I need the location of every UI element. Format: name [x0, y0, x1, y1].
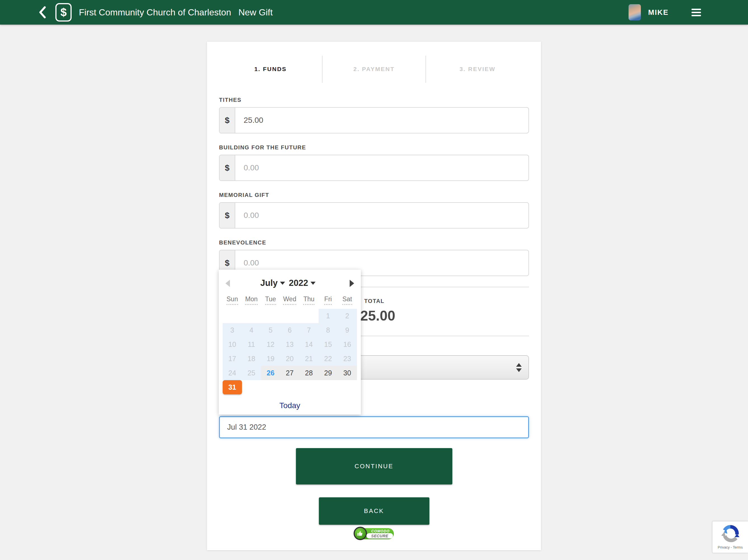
calendar-day-9: 9 — [337, 323, 357, 337]
calendar-day-1: 1 — [319, 309, 338, 323]
privacy-terms-link[interactable]: Privacy - Terms — [712, 545, 748, 550]
currency-prefix: $ — [219, 155, 235, 181]
memorial-amount-input[interactable] — [235, 203, 529, 228]
date-picker-popup: July2022 SunMonTueWedThuFriSat 123456789… — [219, 270, 361, 415]
calendar-prev-month-icon — [226, 280, 230, 287]
calendar-empty-cell — [242, 380, 261, 394]
calendar-day-13: 13 — [280, 337, 300, 352]
page-title: First Community Church of CharlestonNew … — [79, 7, 273, 18]
continue-button[interactable]: CONTINUE — [296, 448, 452, 485]
page-name: New Gift — [238, 7, 273, 17]
calendar-day-25: 25 — [242, 366, 261, 380]
calendar-day-2: 2 — [337, 309, 357, 323]
calendar-day-30[interactable]: 30 — [337, 366, 357, 380]
giving-app-logo-icon: $ — [55, 3, 72, 22]
comodo-label: COMODO — [369, 529, 392, 533]
tab-review[interactable]: 3. REVIEW — [426, 66, 529, 72]
calendar-day-21: 21 — [299, 352, 319, 366]
day-name-thu: Thu — [299, 295, 319, 305]
calendar-empty-cell — [299, 380, 319, 394]
fund-label: TITHES — [219, 96, 529, 103]
back-icon[interactable] — [39, 6, 46, 19]
tab-payment[interactable]: 2. PAYMENT — [323, 66, 425, 72]
calendar-title: July2022 — [219, 278, 361, 288]
currency-prefix: $ — [219, 108, 235, 133]
calendar-empty-cell — [280, 309, 300, 323]
calendar-day-31[interactable]: 31 — [223, 380, 242, 394]
calendar-day-4: 4 — [242, 323, 261, 337]
fund-field-tithes: TITHES $ — [219, 96, 529, 134]
building-amount-input[interactable] — [235, 155, 529, 181]
calendar-day-names: SunMonTueWedThuFriSat — [223, 295, 361, 305]
day-name-tue: Tue — [261, 295, 280, 305]
fund-label: BENEVOLENCE — [219, 239, 529, 246]
calendar-empty-cell — [261, 380, 280, 394]
secure-label: SECURE — [371, 534, 388, 538]
calendar-day-12: 12 — [261, 337, 280, 352]
step-tabs: 1. FUNDS 2. PAYMENT 3. REVIEW — [219, 42, 529, 96]
calendar-empty-cell — [337, 380, 357, 394]
day-name-sat: Sat — [337, 295, 357, 305]
calendar-empty-cell — [261, 309, 280, 323]
total-value: 25.00 — [360, 308, 529, 323]
calendar-empty-cell — [299, 309, 319, 323]
calendar-day-16: 16 — [337, 337, 357, 352]
calendar-grid: 1234567891011121314151617181920212223242… — [223, 309, 361, 394]
total-label: TOTAL — [360, 298, 529, 304]
fund-label: BUILDING FOR THE FUTURE — [219, 144, 529, 151]
calendar-day-7: 7 — [299, 323, 319, 337]
calendar-day-10: 10 — [223, 337, 242, 352]
calendar-day-27[interactable]: 27 — [280, 366, 300, 380]
fund-field-memorial: MEMORIAL GIFT $ — [219, 192, 529, 229]
calendar-day-8: 8 — [319, 323, 338, 337]
recaptcha-badge: Privacy - Terms — [712, 521, 748, 553]
app-header: $ First Community Church of CharlestonNe… — [0, 0, 748, 25]
calendar-empty-cell — [280, 380, 300, 394]
calendar-day-20: 20 — [280, 352, 300, 366]
calendar-day-22: 22 — [319, 352, 338, 366]
tab-funds[interactable]: 1. FUNDS — [219, 66, 322, 72]
comodo-secure-badge: COMODO SECURE — [354, 528, 394, 539]
calendar-day-23: 23 — [337, 352, 357, 366]
calendar-day-3: 3 — [223, 323, 242, 337]
year-caret-icon — [310, 282, 315, 285]
calendar-day-18: 18 — [242, 352, 261, 366]
calendar-empty-cell — [319, 380, 338, 394]
calendar-month-select[interactable]: July — [260, 278, 278, 288]
user-name: MIKE — [648, 8, 669, 17]
day-name-mon: Mon — [242, 295, 261, 305]
day-name-sun: Sun — [223, 295, 242, 305]
month-caret-icon — [280, 282, 285, 285]
fund-field-building: BUILDING FOR THE FUTURE $ — [219, 144, 529, 181]
day-name-fri: Fri — [319, 295, 338, 305]
calendar-day-26[interactable]: 26 — [261, 366, 280, 380]
recaptcha-icon — [720, 523, 741, 544]
thumbs-up-icon — [354, 527, 367, 540]
calendar-day-17: 17 — [223, 352, 242, 366]
calendar-day-11: 11 — [242, 337, 261, 352]
fund-label: MEMORIAL GIFT — [219, 192, 529, 198]
calendar-day-15: 15 — [319, 337, 338, 352]
tithes-amount-input[interactable] — [235, 108, 529, 133]
currency-prefix: $ — [219, 203, 235, 228]
calendar-day-6: 6 — [280, 323, 300, 337]
total-section: TOTAL 25.00 — [360, 298, 529, 323]
gift-date-input[interactable] — [219, 416, 529, 438]
calendar-day-29[interactable]: 29 — [319, 366, 338, 380]
menu-icon[interactable] — [692, 7, 701, 18]
avatar[interactable] — [629, 4, 641, 20]
calendar-day-19: 19 — [261, 352, 280, 366]
calendar-day-24: 24 — [223, 366, 242, 380]
calendar-year-select[interactable]: 2022 — [289, 278, 308, 288]
calendar-empty-cell — [223, 309, 242, 323]
back-button[interactable]: BACK — [319, 497, 429, 525]
org-name: First Community Church of Charleston — [79, 7, 231, 17]
gift-form-card: 1. FUNDS 2. PAYMENT 3. REVIEW TITHES $ B… — [207, 42, 541, 550]
calendar-empty-cell — [242, 309, 261, 323]
calendar-day-28[interactable]: 28 — [299, 366, 319, 380]
calendar-today-link[interactable]: Today — [219, 401, 361, 410]
calendar-day-5: 5 — [261, 323, 280, 337]
calendar-day-14: 14 — [299, 337, 319, 352]
calendar-next-month-icon[interactable] — [350, 280, 354, 287]
day-name-wed: Wed — [280, 295, 300, 305]
